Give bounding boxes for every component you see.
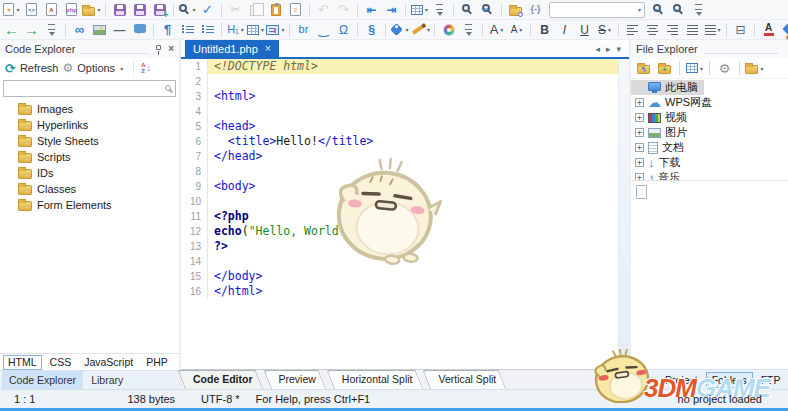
insert-form-button[interactable]: ▾ — [266, 21, 285, 39]
fx-view-button[interactable]: ▾ — [685, 59, 704, 77]
shrink-font-button[interactable]: A▾ — [507, 21, 526, 39]
code-explorer-item-ids[interactable]: IDs — [0, 165, 179, 181]
indent-button[interactable]: ⇥ — [382, 1, 401, 19]
undo-button[interactable]: ↶ — [314, 1, 333, 19]
pin-icon[interactable] — [156, 45, 161, 50]
new-php-file-button[interactable]: php — [62, 1, 81, 19]
cut-button[interactable]: ✂ — [226, 1, 245, 19]
open-file-button[interactable]: ▾ — [82, 1, 101, 19]
code-explorer-item-style-sheets[interactable]: Style Sheets — [0, 133, 179, 149]
expand-icon[interactable]: + — [635, 173, 644, 180]
file-explorer-file-list[interactable] — [631, 180, 788, 369]
find-next-button[interactable]: ▸ — [669, 1, 688, 19]
file-explorer-item-document[interactable]: +文档 — [631, 140, 690, 155]
select-all-button[interactable]: ≡ — [286, 1, 305, 19]
code-line-11[interactable]: 11<?php — [181, 209, 629, 224]
editor-tab-untitled1[interactable]: Untitled1.php × — [185, 40, 279, 57]
language-tab-html[interactable]: HTML — [3, 355, 42, 370]
strikethrough-button[interactable]: S▾ — [595, 21, 614, 39]
align-right-button[interactable] — [663, 21, 682, 39]
panel-layout-button[interactable]: ▾ — [410, 1, 429, 19]
paragraph-format-button[interactable]: ⊟ — [731, 21, 750, 39]
fx-new-folder-button[interactable]: + — [655, 59, 674, 77]
find-in-files-button[interactable] — [506, 1, 525, 19]
code-line-2[interactable]: 2 — [181, 74, 629, 89]
language-tab-php[interactable]: PHP — [141, 355, 173, 370]
tag-button[interactable]: ▾ — [390, 21, 409, 39]
search-button[interactable]: ▾ — [178, 1, 197, 19]
code-line-14[interactable]: 14 — [181, 254, 629, 269]
spell-check-button[interactable]: ✓ — [198, 1, 217, 19]
editor-scrollbar[interactable] — [618, 59, 629, 369]
blank-file-icon[interactable] — [636, 185, 647, 199]
grow-font-button[interactable]: A▾ — [487, 21, 506, 39]
view-tab-preview[interactable]: Preview — [271, 370, 334, 389]
code-line-12[interactable]: 12echo("Hello, World!"); — [181, 224, 629, 239]
view-tab-horizontal-split[interactable]: Horizontal Split — [334, 370, 431, 389]
search-history-combobox[interactable]: ▾ — [549, 2, 645, 18]
align-center-button[interactable] — [643, 21, 662, 39]
close-icon[interactable]: × — [168, 43, 174, 54]
numbered-list-button[interactable] — [198, 21, 217, 39]
expand-icon[interactable]: + — [635, 113, 644, 122]
options-dropdown-icon[interactable]: ▾ — [120, 65, 123, 72]
code-line-4[interactable]: 4 — [181, 104, 629, 119]
code-line-8[interactable]: 8 — [181, 164, 629, 179]
heading-button[interactable]: H₁▾ — [226, 21, 245, 39]
file-explorer-tab-folders[interactable]: Folders — [706, 372, 753, 388]
justify-button[interactable] — [683, 21, 702, 39]
underline-button[interactable]: U — [575, 21, 594, 39]
nav-overflow-button[interactable] — [42, 21, 61, 39]
file-explorer-item-computer[interactable]: 此电脑 — [631, 80, 704, 95]
back-button[interactable]: ← — [2, 21, 21, 39]
panel-tab-library[interactable]: Library — [84, 371, 130, 389]
code-explorer-filter-input[interactable] — [3, 80, 176, 97]
fill-color-button[interactable] — [779, 21, 788, 39]
code-line-16[interactable]: 16</html> — [181, 284, 629, 299]
code-line-1[interactable]: 1<!DOCTYPE html> — [181, 59, 629, 74]
view-tab-vertical-split[interactable]: Vertical Split — [430, 370, 514, 389]
code-line-10[interactable]: 10 — [181, 194, 629, 209]
fx-open-folder-button[interactable]: ↰ — [634, 59, 653, 77]
file-explorer-item-download[interactable]: +↓下载 — [631, 155, 687, 170]
language-tab-css[interactable]: CSS — [45, 355, 77, 370]
format-painter-button[interactable]: ▾ — [410, 21, 430, 39]
code-explorer-item-form-elements[interactable]: Form Elements — [0, 197, 179, 213]
save-as-button[interactable]: + — [150, 1, 169, 19]
insert-table-button[interactable]: ▾ — [246, 21, 265, 39]
code-explorer-item-classes[interactable]: Classes — [0, 181, 179, 197]
redo-button[interactable]: ↷ — [334, 1, 353, 19]
script-button[interactable]: § — [362, 21, 381, 39]
bullet-list-button[interactable] — [178, 21, 197, 39]
file-explorer-item-video[interactable]: +视频 — [631, 110, 693, 125]
expand-icon[interactable]: + — [635, 98, 644, 107]
line-break-button[interactable]: br — [294, 21, 313, 39]
align-left-button[interactable] — [623, 21, 642, 39]
code-line-15[interactable]: 15</body> — [181, 269, 629, 284]
unindent-button[interactable]: ⇤ — [362, 1, 381, 19]
file-explorer-item-music[interactable]: +♪音乐 — [631, 170, 686, 180]
code-line-13[interactable]: 13?> — [181, 239, 629, 254]
copy-button[interactable] — [246, 1, 265, 19]
italic-button[interactable]: I — [555, 21, 574, 39]
file-explorer-item-wps[interactable]: +☁WPS网盘 — [631, 95, 718, 110]
replace-button[interactable]: ac — [478, 1, 497, 19]
special-char-button[interactable]: Ω — [334, 21, 353, 39]
paste-button[interactable] — [266, 1, 285, 19]
insert-image-button[interactable] — [90, 21, 109, 39]
code-line-9[interactable]: 9<body> — [181, 179, 629, 194]
panel-tab-code-explorer[interactable]: Code Explorer — [2, 371, 83, 389]
view-tab-code-editor[interactable]: Code Editor — [185, 370, 271, 389]
new-css-file-button[interactable]: A — [42, 1, 61, 19]
new-html-file-button[interactable]: <> — [22, 1, 41, 19]
color-picker-button[interactable] — [439, 21, 458, 39]
sort-az-button[interactable]: AZ ↓ — [133, 62, 151, 74]
line-spacing-button[interactable]: ▾ — [703, 21, 722, 39]
find-overflow-button[interactable] — [689, 1, 708, 19]
code-line-6[interactable]: 6 <title>Hello!</title> — [181, 134, 629, 149]
tab-scroll-left-icon[interactable]: ◂ — [593, 44, 602, 54]
save-button[interactable] — [110, 1, 129, 19]
expand-icon[interactable]: + — [635, 128, 644, 137]
fx-settings-button[interactable]: ⚙ — [715, 59, 734, 77]
color-overflow-button[interactable] — [459, 21, 478, 39]
